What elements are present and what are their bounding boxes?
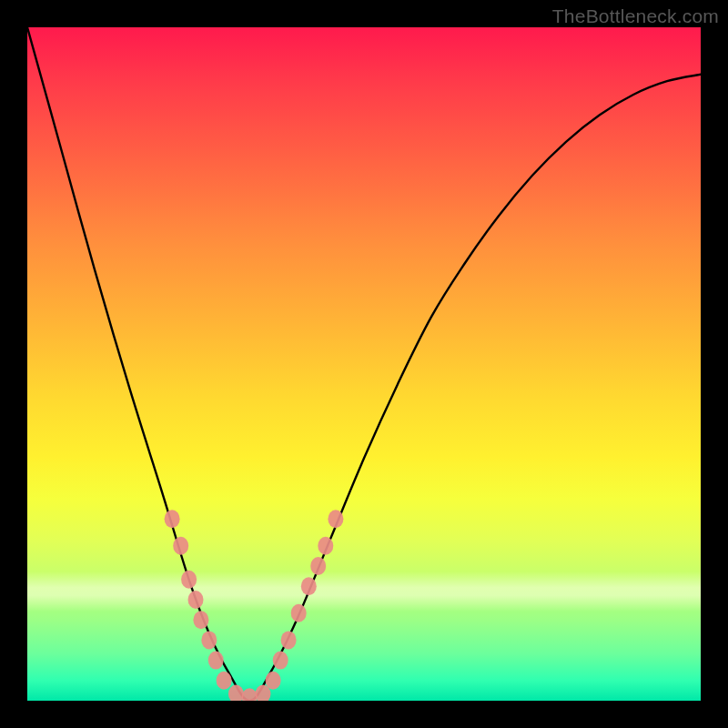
highlight-dots-group xyxy=(165,510,344,701)
chart-svg xyxy=(27,27,701,701)
highlight-dot xyxy=(242,688,258,701)
highlight-dot xyxy=(301,577,317,595)
highlight-dot xyxy=(188,591,204,609)
highlight-dot xyxy=(310,557,326,575)
highlight-dot xyxy=(173,537,188,555)
highlight-dot xyxy=(281,631,297,649)
highlight-dot xyxy=(291,604,307,622)
highlight-dot xyxy=(193,611,208,629)
highlight-dot xyxy=(208,652,224,670)
bottleneck-curve-path xyxy=(27,27,701,701)
highlight-dot xyxy=(181,571,197,589)
highlight-dot xyxy=(273,652,288,670)
highlight-dot xyxy=(266,672,281,690)
chart-frame xyxy=(27,27,701,701)
watermark-text: TheBottleneck.com xyxy=(552,5,719,27)
highlight-dot xyxy=(201,631,217,649)
highlight-dot xyxy=(318,537,333,555)
highlight-dot xyxy=(165,510,180,528)
highlight-dot xyxy=(217,672,232,690)
highlight-dot xyxy=(328,510,343,528)
highlight-dot xyxy=(228,685,244,701)
bottleneck-curve xyxy=(27,27,701,701)
